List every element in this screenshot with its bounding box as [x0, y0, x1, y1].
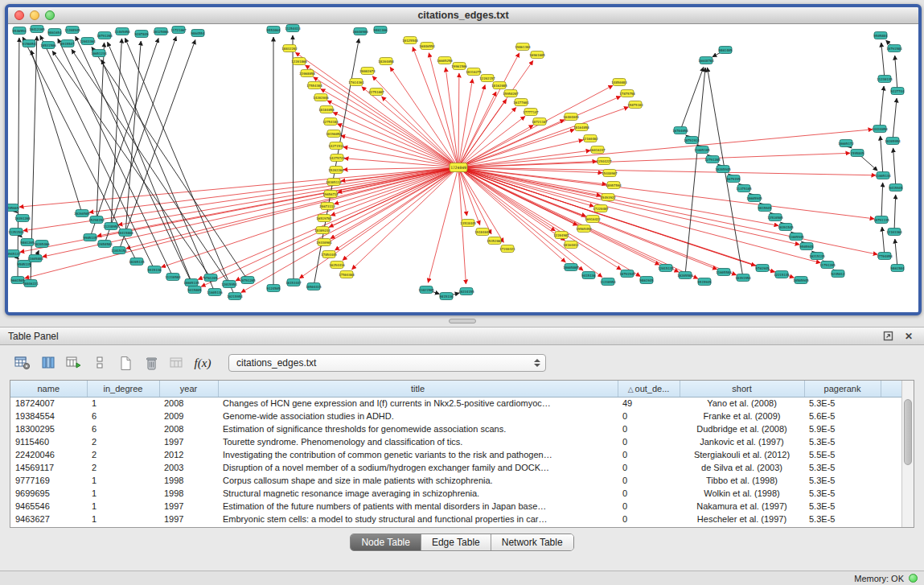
tab-node-table[interactable]: Node Table	[351, 534, 421, 550]
delete-icon[interactable]	[140, 352, 162, 373]
panel-splitter[interactable]	[0, 315, 924, 327]
network-node[interactable]: 18164012	[563, 241, 579, 249]
network-node[interactable]: 9415136	[582, 272, 596, 279]
network-node[interactable]: 14850083	[611, 79, 627, 86]
table-scrollbar[interactable]	[901, 381, 914, 527]
network-node[interactable]: 10791914	[684, 137, 700, 144]
network-node[interactable]: 12015135	[658, 265, 674, 272]
network-node[interactable]: 10791205	[240, 277, 256, 284]
network-node[interactable]: 10215135	[809, 253, 825, 260]
network-node[interactable]: 17614361	[348, 79, 364, 86]
network-node[interactable]: 10205945	[715, 166, 731, 173]
network-node[interactable]: 17220407	[593, 205, 609, 212]
network-node[interactable]: 19961506	[451, 63, 467, 70]
tab-network-table[interactable]: Network Table	[491, 534, 573, 550]
network-node[interactable]: 19565493	[576, 225, 592, 233]
network-node[interactable]: 16916422	[585, 216, 601, 223]
network-node[interactable]: 19330901	[316, 239, 332, 246]
network-node[interactable]: 1595845	[851, 150, 864, 157]
network-node[interactable]: 9205665	[8, 204, 19, 212]
network-node[interactable]: 12015954	[221, 281, 237, 288]
network-node[interactable]: 18721167	[532, 118, 548, 126]
network-node[interactable]: 11208945	[64, 27, 80, 34]
map-table-icon[interactable]	[166, 352, 188, 373]
network-node[interactable]: 10945137	[8, 250, 21, 257]
network-node[interactable]: 18164058	[573, 124, 589, 131]
network-node[interactable]: 11230135	[877, 76, 893, 83]
network-node[interactable]: 22068058	[299, 70, 315, 77]
network-node[interactable]: 10605805	[563, 264, 579, 271]
new-file-icon[interactable]	[114, 352, 137, 373]
float-panel-icon[interactable]	[881, 330, 895, 343]
table-row[interactable]: 969969511998Structural magnetic resonanc…	[10, 487, 901, 500]
network-node[interactable]: 16177601	[513, 99, 529, 106]
network-node[interactable]: 17504468	[339, 271, 355, 278]
network-hub-node[interactable]: 1724049	[450, 163, 467, 172]
network-node[interactable]: 15352061	[487, 237, 503, 245]
network-node[interactable]: 11254413	[285, 25, 301, 32]
tab-edge-table[interactable]: Edge Table	[421, 534, 491, 550]
network-node[interactable]: 11465058	[114, 28, 130, 35]
network-node[interactable]: 9227744	[891, 88, 905, 95]
table-row[interactable]: 1830029562008Estimation of significance …	[10, 422, 901, 435]
network-graph[interactable]: 1724049188322021220186622068058175543041…	[8, 24, 918, 312]
network-node[interactable]: 10391954	[735, 274, 751, 282]
network-node[interactable]: 9864554	[191, 30, 205, 37]
network-node[interactable]: 14202046	[313, 94, 329, 101]
network-node[interactable]: 15875103	[627, 101, 643, 109]
network-node[interactable]: 15202264	[328, 167, 344, 174]
network-canvas[interactable]: 1724049188322021220186622068058175543041…	[8, 24, 918, 312]
network-node[interactable]: 9815136	[440, 293, 454, 300]
network-node[interactable]: 17554304	[306, 82, 322, 89]
network-node[interactable]: 9515945	[698, 278, 712, 286]
network-node[interactable]: 11021505	[418, 286, 434, 294]
network-node[interactable]: 9546554	[13, 27, 27, 35]
table-scrollbar-thumb[interactable]	[904, 399, 912, 465]
network-node[interactable]: 9124505	[267, 285, 281, 292]
network-node[interactable]: 12754184	[322, 118, 339, 126]
show-columns-icon[interactable]	[37, 352, 60, 373]
network-node[interactable]: 12201866	[291, 58, 307, 65]
network-node[interactable]: 10196054	[326, 130, 342, 138]
network-node[interactable]: 10215954	[227, 293, 243, 300]
network-node[interactable]: 10391545	[778, 224, 794, 231]
network-node[interactable]: 11605136	[207, 289, 223, 296]
network-node[interactable]: 11375105	[736, 185, 752, 192]
network-node[interactable]: 10846221	[23, 280, 39, 287]
network-node[interactable]: 18184058	[318, 106, 335, 113]
network-node[interactable]: 10205466	[34, 241, 50, 248]
network-node[interactable]: 17854449	[321, 251, 337, 258]
network-node[interactable]: 11605134	[875, 172, 891, 179]
table-row[interactable]: 1938455462009Genome-wide association stu…	[10, 410, 901, 422]
network-node[interactable]: 10791135	[873, 216, 889, 224]
network-node[interactable]: 11721067	[170, 27, 187, 34]
network-node[interactable]: 10791584	[886, 45, 902, 52]
function-builder-button[interactable]: f(x)	[191, 352, 214, 373]
network-node[interactable]: 9415805	[188, 286, 202, 294]
network-node[interactable]: 14271512	[328, 142, 344, 150]
network-node[interactable]: 11544227	[596, 158, 612, 165]
network-node[interactable]: 15440907	[602, 170, 618, 177]
close-window-button[interactable]	[14, 10, 24, 20]
network-window-titlebar[interactable]: citations_edges.txt	[8, 7, 918, 24]
network-node[interactable]: 10205954	[885, 138, 901, 145]
network-node[interactable]: 18957594	[606, 182, 622, 189]
network-node[interactable]: 9505884	[874, 32, 888, 39]
network-node[interactable]: 10605172	[838, 140, 854, 147]
table-row[interactable]: 946554611997Estimation of the future num…	[10, 500, 901, 513]
network-node[interactable]: 16704058	[672, 127, 688, 134]
network-node[interactable]: 11791205	[819, 262, 836, 269]
network-node[interactable]: 18316275	[466, 68, 482, 76]
network-node[interactable]: 16846554	[419, 43, 435, 50]
network-node[interactable]: 20260505	[74, 210, 90, 217]
close-panel-icon[interactable]: ✕	[901, 330, 916, 343]
network-node[interactable]: 15493922	[600, 194, 616, 201]
network-node[interactable]: 12202157	[479, 75, 495, 82]
network-node[interactable]: 10791545	[619, 270, 635, 278]
network-node[interactable]: 9761945	[756, 265, 770, 272]
network-node[interactable]: 10125548	[402, 37, 418, 44]
network-node[interactable]: 9815945	[758, 204, 772, 212]
network-node[interactable]: 12215135	[774, 271, 790, 278]
network-node[interactable]: 11015154	[111, 247, 127, 254]
table-row[interactable]: 1872400712008Changes of HCN gene express…	[10, 397, 901, 410]
